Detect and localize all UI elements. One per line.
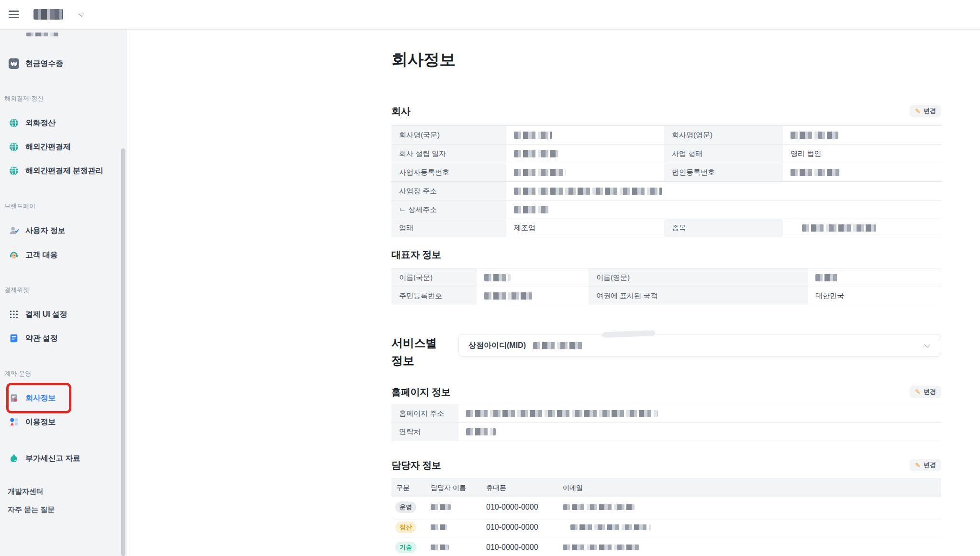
annotation-highlight-box [6, 383, 71, 413]
manager-email [559, 537, 941, 556]
manager-name [427, 537, 482, 556]
sidebar-section-overseas: 해외결제·정산 [4, 94, 44, 103]
user-check-icon [9, 225, 19, 236]
redacted-value [514, 150, 558, 157]
managers-table: 구분 담당자 이름 휴대폰 이메일 운영 010-0000-0000 정산 01… [391, 478, 941, 556]
redacted-value [570, 524, 651, 530]
app-logo[interactable] [33, 9, 63, 20]
homepage-table: 홈페이지 주소 연락처 [391, 404, 941, 441]
sidebar-scrollbar[interactable] [121, 148, 125, 556]
field-label: 업태 [391, 219, 506, 237]
field-value [506, 125, 664, 144]
mid-select-dropdown[interactable]: 상점아이디(MID) [458, 334, 941, 357]
field-value [506, 144, 664, 163]
field-label: 연락처 [391, 423, 458, 441]
company-section-title: 회사 [391, 105, 410, 118]
redacted-value [815, 274, 838, 281]
service-info-section: 서비스별 정보 상점아이디(MID) [391, 334, 941, 369]
manager-phone: 010-0000-0000 [482, 497, 559, 517]
field-value [458, 404, 941, 423]
field-label: 이름(영문) [589, 268, 808, 287]
redacted-value [514, 206, 550, 213]
terms-doc-icon [9, 333, 19, 344]
sidebar-link-faq[interactable]: 자주 묻는 질문 [8, 505, 55, 514]
field-label: 주민등록번호 [391, 287, 477, 305]
field-label: 회사 설립 일자 [391, 144, 506, 163]
column-header: 구분 [391, 478, 427, 497]
company-table: 회사명(국문) 회사명(영문) 회사 설립 일자 사업 형태 영리 법인 사업자… [391, 125, 941, 237]
company-change-button[interactable]: ✎ 변경 [910, 105, 941, 117]
pencil-icon: ✎ [915, 462, 921, 468]
column-header: 담당자 이름 [427, 478, 482, 497]
sidebar-item-label: 결제 UI 설정 [25, 310, 67, 320]
sidebar-section-contract: 계약·운영 [4, 369, 31, 378]
hamburger-menu-icon[interactable] [9, 11, 19, 19]
sidebar-item-customer-support[interactable]: 고객 대응 [9, 248, 57, 262]
chevron-down-icon [924, 342, 930, 348]
redacted-value [514, 188, 662, 195]
ceo-section-title: 대표자 정보 [391, 248, 441, 261]
type-badge: 정산 [395, 522, 416, 533]
field-value [477, 287, 589, 305]
field-value [783, 163, 941, 181]
field-label: 여권에 표시된 국적 [589, 287, 808, 305]
sidebar-item-usage-info[interactable]: 이용정보 [9, 415, 56, 429]
globe-icon [9, 142, 19, 152]
column-header: 이메일 [559, 478, 941, 497]
sidebar-item-label: 현금영수증 [25, 59, 63, 69]
pencil-icon: ✎ [915, 389, 921, 395]
field-label: 회사명(국문) [391, 125, 506, 144]
mid-select-label: 상점아이디(MID) [468, 341, 526, 351]
globe-icon [9, 166, 19, 176]
sidebar-item-overseas-dispute[interactable]: 해외간편결제 분쟁관리 [9, 164, 103, 178]
field-value: 제조업 [506, 219, 664, 237]
app-screen: ₩ 현금영수증 해외결제·정산 외화정산 해외간편결제 해외간편결제 분쟁관리 … [0, 0, 980, 556]
field-value [506, 200, 941, 219]
sidebar-item-fx-settlement[interactable]: 외화정산 [9, 116, 56, 130]
field-value: 대한민국 [808, 287, 941, 305]
redacted-logo [33, 9, 63, 20]
redacted-value [431, 524, 447, 530]
sidebar-item-user-info[interactable]: 사용자 정보 [9, 223, 65, 238]
field-value [458, 423, 941, 441]
sidebar: ₩ 현금영수증 해외결제·정산 외화정산 해외간편결제 해외간편결제 분쟁관리 … [0, 30, 127, 556]
cash-receipt-icon: ₩ [9, 58, 19, 69]
redacted-value [26, 33, 58, 36]
sidebar-item-vat-report[interactable]: 부가세신고 자료 [9, 451, 80, 466]
field-label: 사업자등록번호 [391, 163, 506, 181]
field-value [808, 268, 941, 287]
change-button-label: 변경 [924, 107, 936, 115]
main-area: 회사정보 회사 ✎ 변경 회사명(국문) 회사명(영문) 회사 설립 일자 [127, 30, 980, 556]
field-label: 홈페이지 주소 [391, 404, 458, 423]
redacted-value [791, 169, 840, 176]
redacted-value [563, 504, 635, 510]
support-agent-icon [9, 250, 19, 260]
field-label: 회사명(영문) [664, 125, 783, 144]
field-label: ㄴ 상세주소 [391, 200, 506, 219]
redacted-value [431, 545, 449, 550]
redacted-value [802, 224, 876, 232]
manager-type: 정산 [391, 517, 427, 537]
homepage-change-button[interactable]: ✎ 변경 [910, 386, 941, 398]
managers-change-button[interactable]: ✎ 변경 [910, 459, 941, 471]
sidebar-item-label: 부가세신고 자료 [25, 454, 80, 464]
company-section: 회사 ✎ 변경 회사명(국문) 회사명(영문) 회사 설립 일자 사업 형태 영… [391, 104, 941, 237]
top-header [0, 0, 980, 30]
redacted-value [431, 504, 451, 510]
service-info-title: 서비스별 정보 [391, 334, 458, 369]
sidebar-item-payment-ui-settings[interactable]: 결제 UI 설정 [9, 307, 67, 322]
manager-name [427, 497, 482, 517]
sidebar-item-label: 해외간편결제 분쟁관리 [25, 166, 103, 176]
sidebar-item-cash-receipt[interactable]: ₩ 현금영수증 [9, 56, 63, 71]
sidebar-link-developer-center[interactable]: 개발자센터 [8, 487, 44, 496]
managers-section-title: 담당자 정보 [391, 459, 441, 472]
workspace-chevron-down-icon[interactable] [78, 11, 84, 16]
redacted-value [514, 132, 552, 139]
sidebar-item-terms-settings[interactable]: 약관 설정 [9, 331, 57, 345]
pencil-icon: ✎ [915, 108, 921, 114]
field-value [783, 125, 941, 144]
manager-type: 기술 [391, 537, 427, 556]
column-header: 휴대폰 [482, 478, 559, 497]
sidebar-item-overseas-easy-pay[interactable]: 해외간편결제 [9, 140, 71, 154]
ceo-table: 이름(국문) 이름(영문) 주민등록번호 여권에 표시된 국적 대한민국 [391, 268, 941, 305]
